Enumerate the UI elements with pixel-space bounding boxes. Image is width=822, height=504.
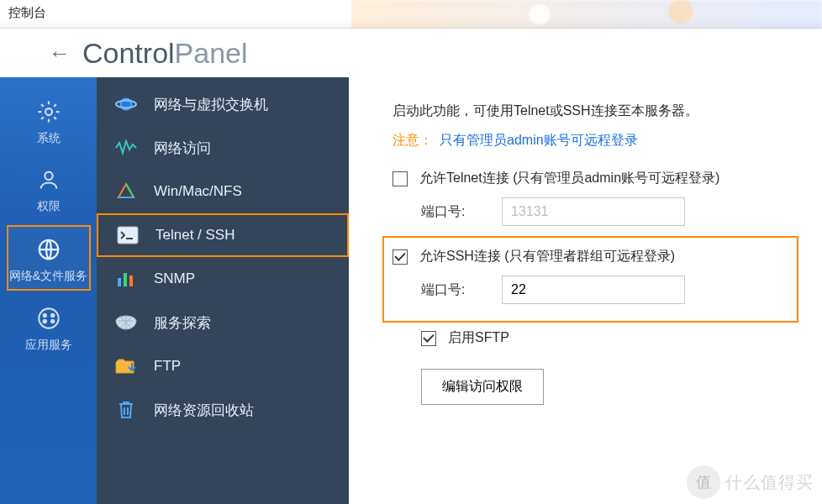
edit-access-button[interactable]: 编辑访问权限 [421, 369, 544, 405]
nav2-label: Telnet / SSH [155, 227, 235, 244]
telnet-label: 允许Telnet连接 (只有管理员admin账号可远程登录) [419, 170, 719, 187]
nav2-discover[interactable]: 服务探索 [97, 301, 349, 344]
svg-point-0 [45, 108, 52, 115]
nav-label: 应用服务 [25, 338, 72, 352]
nav2-label: 网络访问 [154, 139, 211, 158]
nav2-label: SNMP [154, 270, 195, 287]
svg-point-6 [43, 320, 45, 323]
nav2-label: Win/Mac/NFS [154, 183, 242, 200]
svg-rect-10 [118, 227, 138, 244]
folder-transfer-icon [113, 354, 139, 379]
grid-icon [34, 304, 63, 333]
nav-permission[interactable]: 权限 [7, 157, 91, 220]
svg-point-1 [45, 171, 52, 179]
notice-link[interactable]: 只有管理员admin账号可远程登录 [440, 133, 638, 147]
nav2-label: 服务探索 [154, 313, 211, 333]
globe-icon [34, 235, 63, 264]
planet-icon [113, 92, 139, 117]
nav2-telnet-ssh[interactable]: Telnet / SSH [97, 213, 349, 257]
ssh-checkbox[interactable] [393, 249, 408, 265]
svg-point-3 [39, 309, 58, 328]
nav2-label: FTP [154, 358, 181, 375]
nav2-label: 网络资源回收站 [154, 401, 254, 420]
telnet-row: 允许Telnet连接 (只有管理员admin账号可远程登录) [393, 170, 788, 187]
app-header: ← ControlPanel [0, 29, 822, 77]
sftp-label: 启用SFTP [448, 329, 509, 347]
svg-point-5 [51, 314, 54, 317]
gear-icon [34, 97, 63, 126]
primary-nav: 系统 权限 网络&文件服务 应用服务 [0, 77, 97, 504]
ssh-port-label: 端口号: [421, 281, 502, 299]
trash-icon [113, 397, 139, 423]
content-pane: 启动此功能，可使用Telnet或SSH连接至本服务器。 注意：只有管理员admi… [349, 77, 822, 504]
nav2-recycle[interactable]: 网络资源回收站 [97, 388, 349, 432]
feature-description: 启动此功能，可使用Telnet或SSH连接至本服务器。 [393, 102, 788, 120]
sftp-checkbox[interactable] [421, 331, 436, 346]
telnet-checkbox[interactable] [393, 171, 408, 186]
nav-label: 网络&文件服务 [9, 269, 87, 283]
svg-point-4 [43, 314, 45, 317]
pulse-icon [113, 135, 139, 160]
svg-rect-13 [129, 276, 133, 286]
ssh-label: 允许SSH连接 (只有管理者群组可远程登录) [419, 248, 675, 265]
window-title: 控制台 [8, 5, 46, 19]
nav-label: 权限 [37, 199, 61, 213]
terminal-icon [115, 223, 140, 248]
nav2-netaccess[interactable]: 网络访问 [97, 126, 349, 170]
watermark-badge-icon: 值 [687, 465, 720, 499]
shell-icon [113, 310, 139, 335]
secondary-nav: 网络与虚拟交换机 网络访问 Win/Mac/NFS Telnet / SSH S… [97, 77, 349, 504]
telnet-port-input [502, 197, 685, 226]
svg-point-7 [51, 320, 54, 323]
ssh-port-input[interactable] [502, 276, 685, 304]
back-button[interactable]: ← [49, 40, 71, 66]
svg-rect-11 [118, 278, 121, 286]
nav2-snmp[interactable]: SNMP [97, 257, 349, 301]
watermark-text: 什么值得买 [725, 471, 814, 494]
triangle-icon [113, 179, 139, 204]
nav-system[interactable]: 系统 [7, 89, 91, 152]
notice-line: 注意：只有管理员admin账号可远程登录 [393, 132, 788, 150]
window-title-bar: 控制台 [0, 0, 822, 29]
nav2-label: 网络与虚拟交换机 [154, 95, 268, 114]
nav2-vswitch[interactable]: 网络与虚拟交换机 [97, 82, 349, 126]
nav-label: 系统 [37, 131, 61, 145]
nav-app-service[interactable]: 应用服务 [7, 296, 91, 359]
nav2-ftp[interactable]: FTP [97, 344, 349, 388]
bars-icon [113, 266, 139, 291]
watermark: 值 什么值得买 [687, 465, 814, 499]
user-icon [34, 165, 63, 194]
nav-network-file[interactable]: 网络&文件服务 [7, 225, 91, 291]
svg-rect-12 [124, 273, 127, 286]
app-title: ControlPanel [82, 37, 248, 70]
telnet-port-label: 端口号: [421, 203, 502, 221]
ssh-highlight: 允许SSH连接 (只有管理者群组可远程登录) 端口号: [382, 236, 798, 323]
nav2-winmacnfs[interactable]: Win/Mac/NFS [97, 170, 349, 213]
